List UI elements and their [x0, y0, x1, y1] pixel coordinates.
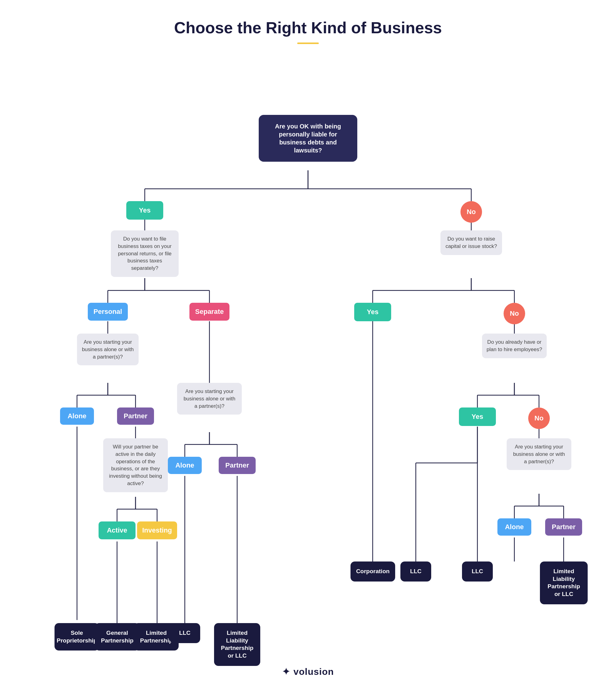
- raise-capital-question-node: Do you want to raise capital or issue st…: [440, 230, 502, 255]
- logo-icon: ✦: [282, 666, 290, 677]
- alone-answer-node: Alone: [60, 407, 94, 425]
- result-llc2: LLC: [401, 561, 431, 581]
- file-taxes-question-node: Do you want to file business taxes on yo…: [111, 230, 179, 277]
- hire-employees-question-node: Do you already have or plan to hire empl…: [482, 333, 547, 358]
- yes2-answer-node: Yes: [354, 303, 391, 321]
- personal-answer-node: Personal: [88, 303, 128, 321]
- alone3-answer-node: Alone: [497, 519, 531, 536]
- no-answer-node: No: [460, 201, 482, 223]
- separate-answer-node: Separate: [189, 303, 229, 321]
- partner2-answer-node: Partner: [219, 457, 256, 474]
- logo-section: ✦ volusion: [282, 666, 334, 677]
- starting-alone3-question-node: Are you starting your business alone or …: [507, 438, 571, 470]
- alone2-answer-node: Alone: [168, 457, 202, 474]
- starting-alone2-question-node: Are you starting your business alone or …: [177, 383, 242, 414]
- result-llc1: LLC: [170, 623, 200, 643]
- logo-text: volusion: [293, 666, 334, 677]
- partner-answer-node: Partner: [117, 407, 154, 425]
- result-llc3: LLC: [462, 561, 493, 581]
- yes-answer-node: Yes: [126, 201, 163, 220]
- investing-answer-node: Investing: [137, 522, 177, 539]
- title-underline: [297, 43, 319, 44]
- partner3-answer-node: Partner: [545, 519, 582, 536]
- no2-answer-node: No: [504, 303, 525, 324]
- active-answer-node: Active: [99, 522, 135, 539]
- flowchart: Are you OK with being personally liable …: [46, 62, 570, 648]
- no3-answer-node: No: [528, 407, 550, 429]
- result-llp-llc2: Limited Liability Partnership or LLC: [540, 561, 588, 604]
- result-corporation: Corporation: [351, 561, 395, 581]
- page-title: Choose the Right Kind of Business: [174, 19, 442, 37]
- result-general-partnership: General Partnership: [95, 623, 139, 651]
- partner-active-question-node: Will your partner be active in the daily…: [103, 438, 168, 492]
- page-wrapper: Choose the Right Kind of Business: [0, 0, 616, 681]
- result-llp-llc1: Limited Liability Partnership or LLC: [214, 623, 260, 666]
- starting-alone1-question-node: Are you starting your business alone or …: [77, 333, 138, 365]
- yes3-answer-node: Yes: [459, 407, 496, 426]
- root-question-node: Are you OK with being personally liable …: [259, 115, 357, 162]
- result-sole-proprietorship: Sole Proprietorship: [54, 623, 99, 651]
